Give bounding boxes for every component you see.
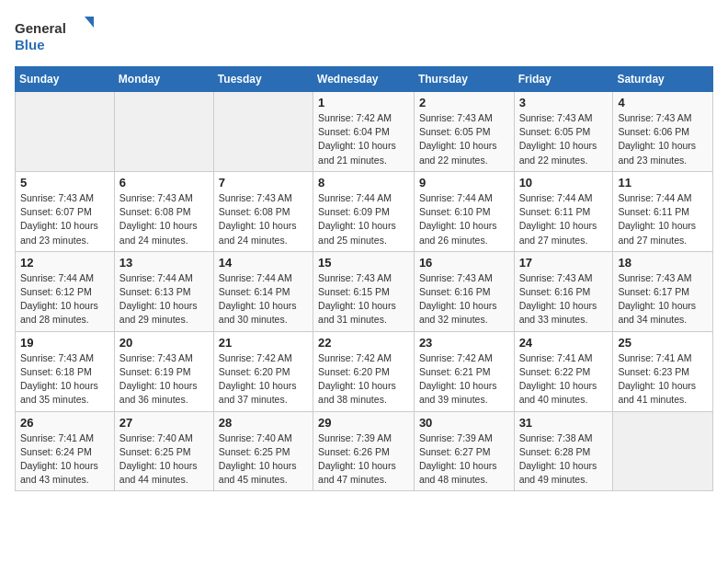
calendar-cell: 27Sunrise: 7:40 AMSunset: 6:25 PMDayligh…: [114, 411, 213, 491]
calendar-cell: 13Sunrise: 7:44 AMSunset: 6:13 PMDayligh…: [114, 251, 213, 331]
logo: General Blue: [15, 15, 97, 55]
calendar-cell: 12Sunrise: 7:44 AMSunset: 6:12 PMDayligh…: [16, 251, 115, 331]
day-info: Sunrise: 7:43 AMSunset: 6:05 PMDaylight:…: [419, 111, 509, 167]
day-info: Sunrise: 7:41 AMSunset: 6:24 PMDaylight:…: [20, 431, 109, 488]
calendar-cell: 16Sunrise: 7:43 AMSunset: 6:16 PMDayligh…: [414, 251, 514, 331]
page-header: General Blue: [15, 15, 713, 55]
calendar-cell: 18Sunrise: 7:43 AMSunset: 6:17 PMDayligh…: [613, 251, 713, 331]
day-number: 30: [419, 416, 509, 430]
day-info: Sunrise: 7:44 AMSunset: 6:12 PMDaylight:…: [20, 271, 109, 327]
calendar-header: SundayMondayTuesdayWednesdayThursdayFrid…: [16, 67, 713, 92]
weekday-header-row: SundayMondayTuesdayWednesdayThursdayFrid…: [16, 67, 713, 92]
day-info: Sunrise: 7:43 AMSunset: 6:16 PMDaylight:…: [419, 271, 509, 327]
day-info: Sunrise: 7:42 AMSunset: 6:20 PMDaylight:…: [219, 351, 308, 408]
day-info: Sunrise: 7:41 AMSunset: 6:23 PMDaylight:…: [618, 351, 708, 408]
weekday-header-sunday: Sunday: [16, 67, 115, 92]
calendar-cell: 19Sunrise: 7:43 AMSunset: 6:18 PMDayligh…: [16, 331, 115, 411]
calendar-cell: 28Sunrise: 7:40 AMSunset: 6:25 PMDayligh…: [213, 411, 313, 491]
day-info: Sunrise: 7:40 AMSunset: 6:25 PMDaylight:…: [119, 431, 209, 488]
day-info: Sunrise: 7:43 AMSunset: 6:05 PMDaylight:…: [519, 111, 609, 167]
calendar-cell: [213, 92, 313, 172]
day-number: 31: [519, 416, 609, 430]
calendar-cell: 11Sunrise: 7:44 AMSunset: 6:11 PMDayligh…: [613, 171, 713, 251]
day-number: 8: [318, 176, 409, 190]
day-number: 28: [219, 416, 308, 430]
day-number: 24: [519, 336, 609, 350]
weekday-header-friday: Friday: [514, 67, 613, 92]
calendar-cell: [114, 92, 213, 172]
day-number: 21: [219, 336, 308, 350]
calendar-cell: 8Sunrise: 7:44 AMSunset: 6:09 PMDaylight…: [313, 171, 415, 251]
day-number: 3: [519, 96, 609, 109]
day-number: 22: [318, 336, 409, 350]
day-number: 11: [618, 176, 708, 190]
calendar-cell: 24Sunrise: 7:41 AMSunset: 6:22 PMDayligh…: [514, 331, 613, 411]
day-info: Sunrise: 7:43 AMSunset: 6:16 PMDaylight:…: [519, 271, 609, 327]
calendar-cell: 30Sunrise: 7:39 AMSunset: 6:27 PMDayligh…: [414, 411, 514, 491]
day-number: 19: [20, 336, 109, 350]
day-number: 6: [119, 176, 209, 190]
svg-text:General: General: [15, 20, 66, 36]
day-number: 7: [219, 176, 308, 190]
day-info: Sunrise: 7:44 AMSunset: 6:11 PMDaylight:…: [519, 191, 609, 247]
calendar-cell: 23Sunrise: 7:42 AMSunset: 6:21 PMDayligh…: [414, 331, 514, 411]
calendar-cell: 14Sunrise: 7:44 AMSunset: 6:14 PMDayligh…: [213, 251, 313, 331]
week-row-3: 12Sunrise: 7:44 AMSunset: 6:12 PMDayligh…: [16, 251, 713, 331]
day-info: Sunrise: 7:39 AMSunset: 6:27 PMDaylight:…: [419, 431, 509, 488]
calendar-cell: 2Sunrise: 7:43 AMSunset: 6:05 PMDaylight…: [414, 92, 514, 172]
svg-marker-2: [85, 17, 94, 28]
week-row-1: 1Sunrise: 7:42 AMSunset: 6:04 PMDaylight…: [16, 92, 713, 172]
calendar-cell: 4Sunrise: 7:43 AMSunset: 6:06 PMDaylight…: [613, 92, 713, 172]
day-number: 15: [318, 256, 409, 270]
calendar-cell: [16, 92, 115, 172]
calendar-cell: 29Sunrise: 7:39 AMSunset: 6:26 PMDayligh…: [313, 411, 415, 491]
day-info: Sunrise: 7:44 AMSunset: 6:11 PMDaylight:…: [618, 191, 708, 247]
calendar-cell: 1Sunrise: 7:42 AMSunset: 6:04 PMDaylight…: [313, 92, 415, 172]
day-info: Sunrise: 7:39 AMSunset: 6:26 PMDaylight:…: [318, 431, 409, 488]
calendar-cell: 25Sunrise: 7:41 AMSunset: 6:23 PMDayligh…: [613, 331, 713, 411]
day-info: Sunrise: 7:44 AMSunset: 6:13 PMDaylight:…: [119, 271, 209, 327]
day-info: Sunrise: 7:43 AMSunset: 6:18 PMDaylight:…: [20, 351, 109, 408]
calendar-cell: 5Sunrise: 7:43 AMSunset: 6:07 PMDaylight…: [16, 171, 115, 251]
day-number: 5: [20, 176, 109, 190]
day-info: Sunrise: 7:43 AMSunset: 6:07 PMDaylight:…: [20, 191, 109, 247]
day-info: Sunrise: 7:41 AMSunset: 6:22 PMDaylight:…: [519, 351, 609, 408]
day-number: 26: [20, 416, 109, 430]
weekday-header-monday: Monday: [114, 67, 213, 92]
calendar-cell: 7Sunrise: 7:43 AMSunset: 6:08 PMDaylight…: [213, 171, 313, 251]
calendar-cell: 6Sunrise: 7:43 AMSunset: 6:08 PMDaylight…: [114, 171, 213, 251]
generalblue-logo: General Blue: [15, 15, 97, 55]
calendar-cell: 26Sunrise: 7:41 AMSunset: 6:24 PMDayligh…: [16, 411, 115, 491]
day-number: 25: [618, 336, 708, 350]
calendar-cell: 22Sunrise: 7:42 AMSunset: 6:20 PMDayligh…: [313, 331, 415, 411]
calendar-cell: 20Sunrise: 7:43 AMSunset: 6:19 PMDayligh…: [114, 331, 213, 411]
day-number: 27: [119, 416, 209, 430]
calendar-cell: 31Sunrise: 7:38 AMSunset: 6:28 PMDayligh…: [514, 411, 613, 491]
day-info: Sunrise: 7:44 AMSunset: 6:14 PMDaylight:…: [219, 271, 308, 327]
weekday-header-tuesday: Tuesday: [213, 67, 313, 92]
day-info: Sunrise: 7:40 AMSunset: 6:25 PMDaylight:…: [219, 431, 308, 488]
day-number: 20: [119, 336, 209, 350]
day-info: Sunrise: 7:44 AMSunset: 6:09 PMDaylight:…: [318, 191, 409, 247]
weekday-header-wednesday: Wednesday: [313, 67, 415, 92]
calendar-cell: 9Sunrise: 7:44 AMSunset: 6:10 PMDaylight…: [414, 171, 514, 251]
svg-text:Blue: Blue: [15, 37, 45, 52]
day-info: Sunrise: 7:44 AMSunset: 6:10 PMDaylight:…: [419, 191, 509, 247]
calendar-body: 1Sunrise: 7:42 AMSunset: 6:04 PMDaylight…: [16, 92, 713, 491]
day-info: Sunrise: 7:42 AMSunset: 6:20 PMDaylight:…: [318, 351, 409, 408]
calendar-cell: 3Sunrise: 7:43 AMSunset: 6:05 PMDaylight…: [514, 92, 613, 172]
calendar-cell: 21Sunrise: 7:42 AMSunset: 6:20 PMDayligh…: [213, 331, 313, 411]
day-info: Sunrise: 7:42 AMSunset: 6:04 PMDaylight:…: [318, 111, 409, 167]
day-number: 1: [318, 96, 409, 109]
day-info: Sunrise: 7:43 AMSunset: 6:06 PMDaylight:…: [618, 111, 708, 167]
day-info: Sunrise: 7:43 AMSunset: 6:08 PMDaylight:…: [119, 191, 209, 247]
calendar-cell: 17Sunrise: 7:43 AMSunset: 6:16 PMDayligh…: [514, 251, 613, 331]
day-info: Sunrise: 7:43 AMSunset: 6:15 PMDaylight:…: [318, 271, 409, 327]
weekday-header-thursday: Thursday: [414, 67, 514, 92]
day-number: 10: [519, 176, 609, 190]
day-number: 23: [419, 336, 509, 350]
day-info: Sunrise: 7:43 AMSunset: 6:17 PMDaylight:…: [618, 271, 708, 327]
day-number: 9: [419, 176, 509, 190]
calendar-cell: [613, 411, 713, 491]
day-number: 29: [318, 416, 409, 430]
